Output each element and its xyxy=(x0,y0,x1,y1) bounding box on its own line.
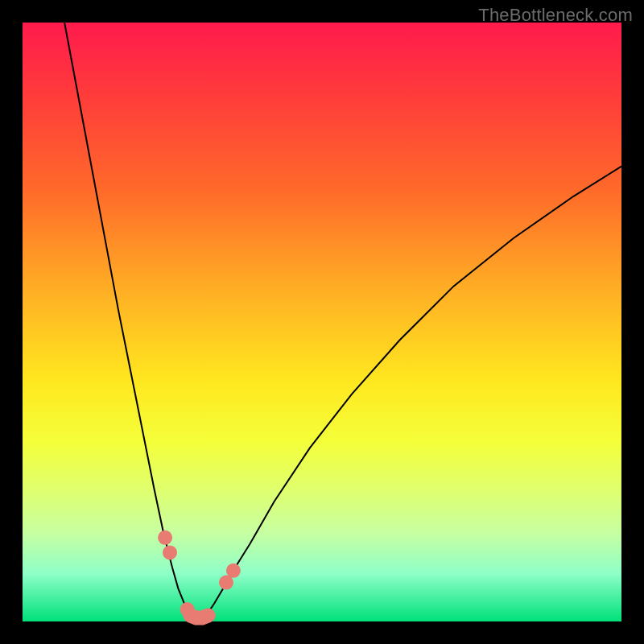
data-marker xyxy=(163,545,177,559)
plot-area xyxy=(23,23,621,621)
valley-marker-segment xyxy=(190,616,208,618)
watermark-text: TheBottleneck.com xyxy=(478,5,633,26)
data-marker xyxy=(180,602,195,617)
marker-group xyxy=(158,530,241,617)
data-marker xyxy=(158,530,172,545)
curve-layer xyxy=(23,23,621,621)
data-marker xyxy=(226,564,241,578)
curve-right-branch xyxy=(204,167,621,617)
chart-frame: TheBottleneck.com xyxy=(0,0,644,644)
curve-left-branch xyxy=(64,23,194,617)
